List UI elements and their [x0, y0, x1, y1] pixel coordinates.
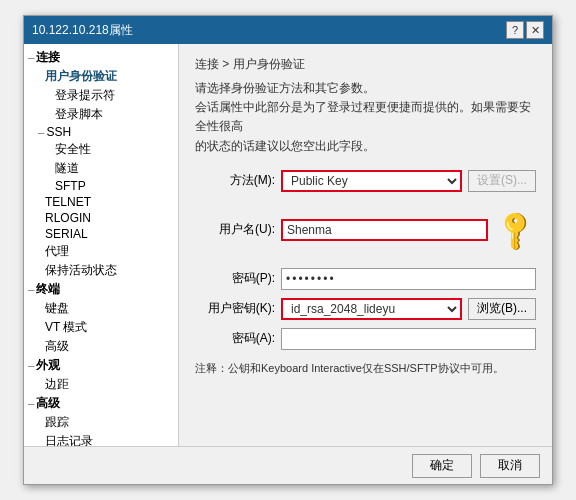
- userkey-control: id_rsa_2048_lideyu: [281, 298, 462, 320]
- sidebar-label-keyboard: 键盘: [45, 300, 69, 317]
- title-bar-controls: ? ✕: [506, 21, 544, 39]
- sidebar-label-serial: SERIAL: [45, 227, 88, 241]
- sidebar-label-margin: 边距: [45, 376, 69, 393]
- passphrase-label: 密码(A):: [195, 330, 275, 347]
- sidebar-item-auth[interactable]: 用户身份验证: [24, 67, 178, 86]
- userkey-label: 用户密钥(K):: [195, 300, 275, 317]
- sidebar-label-connect: 连接: [36, 49, 60, 66]
- sidebar-label-advanced2: 高级: [36, 395, 60, 412]
- sidebar-item-log[interactable]: 日志记录: [24, 432, 178, 446]
- sidebar-item-margin[interactable]: 边距: [24, 375, 178, 394]
- desc-line1: 请选择身份验证方法和其它参数。: [195, 79, 536, 98]
- sidebar-label-terminal: 终端: [36, 281, 60, 298]
- sidebar-item-security[interactable]: 安全性: [24, 140, 178, 159]
- method-label: 方法(M):: [195, 172, 275, 189]
- method-row: 方法(M): Public Key Password Keyboard Inte…: [195, 170, 536, 192]
- password-input[interactable]: [281, 268, 536, 290]
- sidebar-label-security: 安全性: [55, 141, 91, 158]
- sidebar-label-ssh: SSH: [46, 125, 71, 139]
- method-select[interactable]: Public Key Password Keyboard Interactive…: [281, 170, 462, 192]
- help-button[interactable]: ?: [506, 21, 524, 39]
- sidebar-item-login-script[interactable]: 登录脚本: [24, 105, 178, 124]
- content-area: 连接 > 用户身份验证 请选择身份验证方法和其它参数。 会话属性中此部分是为了登…: [179, 44, 552, 446]
- sidebar-label-tracking: 跟踪: [45, 414, 69, 431]
- settings-button[interactable]: 设置(S)...: [468, 170, 536, 192]
- sidebar-item-keepalive[interactable]: 保持活动状态: [24, 261, 178, 280]
- browse-button[interactable]: 浏览(B)...: [468, 298, 536, 320]
- username-control: [281, 219, 488, 241]
- sidebar-item-connect[interactable]: ─连接: [24, 48, 178, 67]
- sidebar-item-login-prompt[interactable]: 登录提示符: [24, 86, 178, 105]
- sidebar-label-vt-modes: VT 模式: [45, 319, 87, 336]
- sidebar-item-tunnel[interactable]: 隧道: [24, 159, 178, 178]
- password-row: 密码(P):: [195, 268, 536, 290]
- sidebar-label-advanced: 高级: [45, 338, 69, 355]
- dialog-window: 10.122.10.218属性 ? ✕ ─连接 用户身份验证 登录提示符 登录脚…: [23, 15, 553, 485]
- method-control: Public Key Password Keyboard Interactive…: [281, 170, 462, 192]
- section-description: 请选择身份验证方法和其它参数。 会话属性中此部分是为了登录过程更便捷而提供的。如…: [195, 79, 536, 156]
- sidebar-label-appearance: 外观: [36, 357, 60, 374]
- window-title: 10.122.10.218属性: [32, 22, 133, 39]
- sidebar-item-ssh[interactable]: ─SSH: [24, 124, 178, 140]
- username-input[interactable]: [281, 219, 488, 241]
- sidebar-label-auth: 用户身份验证: [45, 68, 117, 85]
- username-label: 用户名(U):: [195, 221, 275, 238]
- sidebar-item-telnet[interactable]: TELNET: [24, 194, 178, 210]
- dialog-footer: 确定 取消: [24, 446, 552, 484]
- close-button[interactable]: ✕: [526, 21, 544, 39]
- sidebar-label-login-prompt: 登录提示符: [55, 87, 115, 104]
- cancel-button[interactable]: 取消: [480, 454, 540, 478]
- passphrase-control: [281, 328, 536, 350]
- passphrase-input[interactable]: [281, 328, 536, 350]
- sidebar-item-sftp[interactable]: SFTP: [24, 178, 178, 194]
- breadcrumb: 连接 > 用户身份验证: [195, 56, 536, 73]
- key-icon: 🔑: [491, 206, 539, 254]
- sidebar-item-keyboard[interactable]: 键盘: [24, 299, 178, 318]
- ok-button[interactable]: 确定: [412, 454, 472, 478]
- sidebar: ─连接 用户身份验证 登录提示符 登录脚本─SSH 安全性 隧道 SFTP TE…: [24, 44, 179, 446]
- userkey-row: 用户密钥(K): id_rsa_2048_lideyu 浏览(B)...: [195, 298, 536, 320]
- sidebar-label-keepalive: 保持活动状态: [45, 262, 117, 279]
- sidebar-item-advanced[interactable]: 高级: [24, 337, 178, 356]
- sidebar-item-vt-modes[interactable]: VT 模式: [24, 318, 178, 337]
- sidebar-label-tunnel: 隧道: [55, 160, 79, 177]
- title-bar: 10.122.10.218属性 ? ✕: [24, 16, 552, 44]
- dialog-body: ─连接 用户身份验证 登录提示符 登录脚本─SSH 安全性 隧道 SFTP TE…: [24, 44, 552, 446]
- sidebar-label-telnet: TELNET: [45, 195, 91, 209]
- sidebar-label-login-script: 登录脚本: [55, 106, 103, 123]
- sidebar-item-serial[interactable]: SERIAL: [24, 226, 178, 242]
- sidebar-label-rlogin: RLOGIN: [45, 211, 91, 225]
- sidebar-item-terminal[interactable]: ─终端: [24, 280, 178, 299]
- sidebar-item-proxy[interactable]: 代理: [24, 242, 178, 261]
- username-row: 用户名(U): 🔑: [195, 200, 536, 260]
- note-text: 注释：公钥和Keyboard Interactive仅在SSH/SFTP协议中可…: [195, 360, 536, 377]
- sidebar-item-tracking[interactable]: 跟踪: [24, 413, 178, 432]
- password-control: [281, 268, 536, 290]
- sidebar-item-rlogin[interactable]: RLOGIN: [24, 210, 178, 226]
- sidebar-item-appearance[interactable]: ─外观: [24, 356, 178, 375]
- passphrase-row: 密码(A):: [195, 328, 536, 350]
- sidebar-label-proxy: 代理: [45, 243, 69, 260]
- userkey-select[interactable]: id_rsa_2048_lideyu: [281, 298, 462, 320]
- password-label: 密码(P):: [195, 270, 275, 287]
- desc-line2: 会话属性中此部分是为了登录过程更便捷而提供的。如果需要安全性很高: [195, 98, 536, 136]
- sidebar-label-sftp: SFTP: [55, 179, 86, 193]
- desc-line3: 的状态的话建议以您空出此字段。: [195, 137, 536, 156]
- sidebar-item-advanced2[interactable]: ─高级: [24, 394, 178, 413]
- key-icon-area: 🔑: [494, 200, 536, 260]
- sidebar-label-log: 日志记录: [45, 433, 93, 446]
